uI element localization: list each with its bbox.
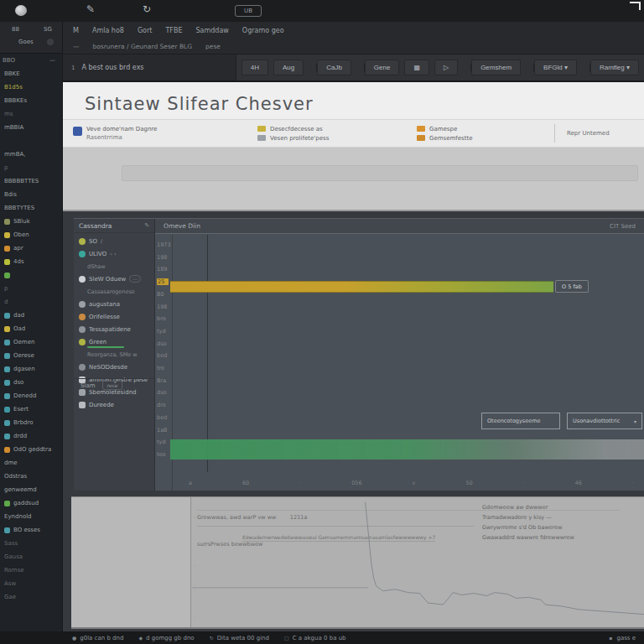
inspector-item[interactable]: Green	[74, 335, 154, 348]
sidebar-item[interactable]: Oerese	[0, 349, 62, 362]
inspector-item[interactable]: ULIVO ‹ ›	[74, 247, 154, 260]
sidebar-item[interactable]: Bdis	[0, 188, 62, 201]
sidebar-item[interactable]: Odstras	[0, 470, 62, 483]
sidebar-item[interactable]: Brbdro	[0, 416, 62, 429]
menu-item[interactable]: Samddaw	[195, 27, 228, 34]
sidebar-item[interactable]: p	[0, 161, 62, 174]
header-panel: Sintaew Slifear Chesver Veve dome'nam Da…	[63, 82, 644, 211]
sidebar-item[interactable]: apr	[0, 242, 62, 255]
sidebar-tab-3[interactable]: Goes	[18, 39, 34, 45]
clip-region-green[interactable]	[170, 439, 644, 460]
toolbar-button[interactable]: ▷	[434, 60, 458, 75]
inspector-item[interactable]: Dureede	[74, 398, 154, 411]
sidebar-item[interactable]: Eyndnold	[0, 510, 62, 523]
sidebar-item[interactable]: SBluk	[0, 215, 62, 228]
sidebar-item[interactable]: BBBBBTTES	[0, 174, 62, 188]
inspector-item[interactable]: dShaw	[74, 260, 154, 273]
timeline-header-left[interactable]: Omeve Diin	[164, 222, 200, 230]
sidebar-item-label: BBKE	[4, 70, 20, 77]
inspector-item[interactable]: SO /	[74, 235, 154, 247]
toolbar-button[interactable]: CaJb	[317, 60, 351, 75]
sidebar-item[interactable]: OdO geddtra	[0, 443, 62, 456]
sidebar-item[interactable]: Oemen	[0, 335, 62, 349]
sidebar-tab-1[interactable]: 88	[12, 26, 19, 33]
playhead[interactable]	[207, 235, 208, 472]
sidebar-item[interactable]: 4ds	[0, 255, 62, 268]
lib-button[interactable]: UB	[235, 5, 262, 17]
sidebar-item[interactable]: BBKE	[0, 67, 62, 80]
sidebar-item[interactable]: Romse	[0, 564, 62, 577]
sidebar-item-icon	[4, 420, 10, 426]
sidebar-item[interactable]	[0, 268, 62, 282]
inspector-item[interactable]: Cassasarogenese	[74, 285, 154, 298]
toolbar-button[interactable]: 4H	[242, 60, 268, 75]
sidebar-item[interactable]: BBBTYTES	[0, 201, 62, 215]
inspector-header[interactable]: Cassandra ✎	[74, 219, 154, 233]
timeline-select-1[interactable]: Oteencotogyseeme	[481, 413, 560, 429]
sidebar-item[interactable]: Denedd	[0, 389, 62, 402]
sidebar-item[interactable]: dme	[0, 456, 62, 470]
sidebar-item[interactable]: d	[0, 295, 62, 309]
sidebar-item[interactable]: Gausa	[0, 550, 62, 564]
menu-breadcrumb[interactable]: bosrunera / Geunard Seser BLG	[93, 43, 193, 50]
sidebar-item[interactable]: dso	[0, 376, 62, 389]
toolbar-button[interactable]: Ramfleg ▾	[590, 60, 639, 75]
timeline-header-right[interactable]: CIT Seed	[610, 223, 636, 230]
sidebar-item[interactable]: dad	[0, 309, 62, 322]
app-window: ✎ ↻ UB 88 SG Goes BBO — BBKE	[0, 0, 644, 644]
toolbar-button[interactable]: ▦	[404, 60, 429, 75]
sidebar-item[interactable]: drdd	[0, 429, 62, 443]
inspector-footer-label[interactable]: Slam	[80, 382, 96, 389]
timeline-row-label: dso	[157, 389, 172, 396]
sidebar-toggle-icon[interactable]	[47, 39, 54, 45]
sidebar-item[interactable]	[0, 134, 62, 148]
pencil-icon[interactable]: ✎	[86, 3, 95, 15]
inspector-footer-button[interactable]: rese	[102, 381, 123, 390]
toolbar-button[interactable]: BFGld ▾	[534, 60, 577, 75]
collapse-icon[interactable]: —	[49, 57, 55, 64]
refresh-icon[interactable]: ↻	[143, 3, 151, 15]
sidebar-item[interactable]: ms	[0, 107, 62, 121]
inspector-item[interactable]: NeSODdesde	[74, 361, 154, 373]
edit-icon[interactable]: ✎	[144, 222, 149, 229]
sidebar-item[interactable]: BO esses	[0, 523, 62, 537]
inspector-item[interactable]: SleW Oduew ⋯	[74, 273, 154, 285]
sidebar-item[interactable]: gaddsud	[0, 496, 62, 510]
menu-item[interactable]: TFBE	[165, 27, 182, 34]
sidebar-item[interactable]: dgasen	[0, 362, 62, 376]
timeline-ticks: a 60 · 056 v 50 ·	[189, 480, 634, 486]
sidebar-item[interactable]: genweemd	[0, 483, 62, 496]
clip-region-tag[interactable]: O 5 fab	[555, 280, 589, 293]
menu-item[interactable]: Gort	[138, 27, 153, 34]
menu-row2-suffix[interactable]: pese	[205, 43, 221, 50]
sidebar-item[interactable]: Esert	[0, 402, 62, 416]
timeline-row-label: dro	[157, 402, 172, 408]
sidebar-item[interactable]: mBBIA	[0, 121, 62, 134]
toolbar-button[interactable]: Aug	[273, 60, 304, 75]
sidebar-item[interactable]: Sass	[0, 537, 62, 550]
inspector-item[interactable]: Reorganza, SMe w	[74, 348, 154, 361]
toolbar-button[interactable]: Gemshem	[471, 60, 521, 75]
sidebar-item[interactable]: Oad	[0, 322, 62, 335]
inspector-item-label: Orifellesse	[89, 314, 120, 320]
inspector-item[interactable]: augustana	[74, 298, 154, 310]
sidebar-section-header[interactable]: BBO —	[0, 54, 62, 67]
inspector-item[interactable]: Tessapatidene	[74, 323, 154, 335]
clip-region-yellow[interactable]	[170, 281, 553, 293]
sidebar-item[interactable]: BBBKEs	[0, 94, 62, 107]
sidebar-tab-2[interactable]: SG	[44, 26, 52, 33]
toolbar-button[interactable]: Gene	[365, 60, 400, 75]
sidebar-item[interactable]: mmBA,	[0, 148, 62, 161]
sidebar-item[interactable]: Oben	[0, 228, 62, 242]
sidebar-item[interactable]: B1d5s	[0, 80, 62, 94]
sidebar-item[interactable]: Gae	[0, 590, 62, 604]
sidebar-item[interactable]: p	[0, 282, 62, 295]
inspector-item[interactable]: Orifellesse	[74, 310, 154, 323]
legend-swatch	[257, 126, 266, 132]
timeline-select-2[interactable]: Usonavdiottottric ▾	[567, 413, 642, 429]
menu-item[interactable]: Ogramo geo	[242, 27, 284, 34]
menu-item[interactable]: Amla ho8	[92, 27, 124, 34]
inspector-item-label: Dureede	[89, 402, 114, 408]
sidebar-item[interactable]: Asw	[0, 577, 62, 590]
sidebar-item-label: Bdis	[4, 191, 17, 198]
